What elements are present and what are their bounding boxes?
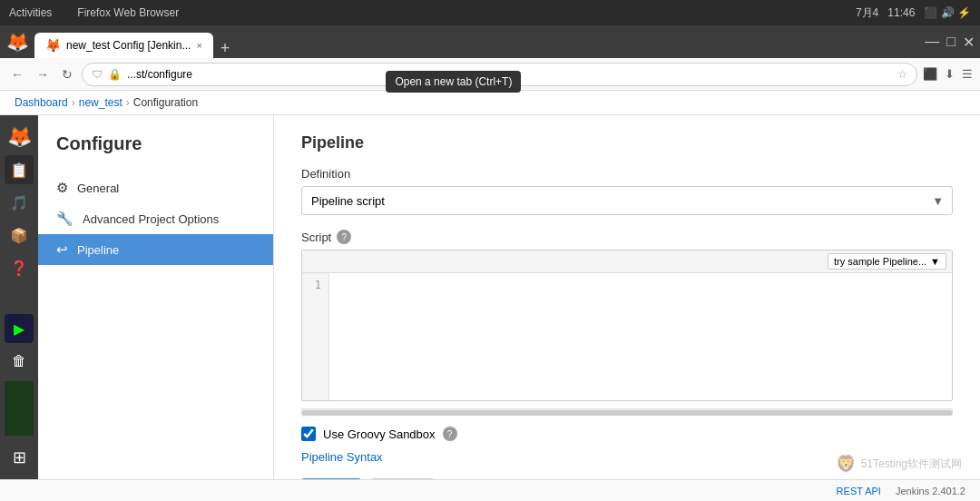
minimize-button[interactable]: —: [925, 34, 939, 50]
taskbar-item3[interactable]: 📦: [5, 221, 34, 250]
line-numbers: 1: [302, 273, 329, 400]
browser-label: Firefox Web Browser: [77, 6, 179, 19]
taskbar: 🦊 📋 🎵 📦 ❓ ▶ 🗑 ⊞: [0, 115, 38, 479]
taskbar-item2[interactable]: 🎵: [5, 188, 34, 217]
scroll-bar[interactable]: [301, 408, 953, 416]
maximize-button[interactable]: □: [946, 34, 956, 50]
definition-select[interactable]: Pipeline script Pipeline script from SCM: [301, 186, 953, 215]
script-label-row: Script ?: [301, 230, 953, 244]
forward-button[interactable]: →: [33, 64, 53, 85]
breadcrumb: Dashboard › new_test › Configuration: [0, 91, 980, 115]
breadcrumb-sep1: ›: [72, 96, 75, 109]
footer: REST API Jenkins 2.401.2: [0, 479, 980, 501]
nav-extensions-icon[interactable]: ⬛: [923, 67, 937, 81]
advanced-icon: 🔧: [56, 211, 74, 227]
new-tab-button[interactable]: +: [215, 39, 236, 58]
script-toolbar: try sample Pipeline... ▼: [302, 250, 952, 273]
watermark-text: 51Testing软件测试网: [861, 457, 962, 472]
back-button[interactable]: ←: [7, 64, 27, 85]
breadcrumb-sep2: ›: [126, 96, 130, 109]
taskbar-terminal-preview: [5, 381, 34, 436]
taskbar-firefox-icon[interactable]: 🦊: [5, 123, 34, 152]
script-help-icon[interactable]: ?: [337, 230, 351, 244]
sample-pipeline-chevron: ▼: [930, 256, 940, 267]
browser-chrome: 🦊 🦊 new_test Config [Jenkin... × + Open …: [0, 25, 980, 58]
topbar-date: 7月4: [856, 5, 878, 21]
taskbar-terminal[interactable]: ▶: [5, 314, 34, 343]
sidebar: Configure ⚙ General 🔧 Advanced Project O…: [38, 115, 274, 479]
pipeline-section-title: Pipeline: [301, 133, 953, 152]
script-editor[interactable]: 1: [302, 273, 952, 400]
jenkins-version: Jenkins 2.401.2: [896, 486, 965, 496]
sandbox-help-icon[interactable]: ?: [443, 427, 457, 441]
definition-select-wrapper: Pipeline script Pipeline script from SCM…: [301, 186, 953, 215]
definition-label: Definition: [301, 167, 953, 181]
sandbox-row: Use Groovy Sandbox ?: [301, 427, 953, 441]
taskbar-item1[interactable]: 📋: [5, 155, 34, 184]
watermark-icon: 🦁: [836, 454, 856, 474]
breadcrumb-configuration: Configuration: [133, 96, 198, 109]
code-textarea[interactable]: [329, 273, 952, 400]
topbar: Activities Firefox Web Browser 7月4 11:46…: [0, 0, 980, 25]
breadcrumb-dashboard[interactable]: Dashboard: [15, 96, 68, 109]
content-area: Configure ⚙ General 🔧 Advanced Project O…: [38, 115, 980, 479]
groovy-sandbox-label: Use Groovy Sandbox: [323, 427, 436, 441]
sidebar-item-general[interactable]: ⚙ General: [38, 172, 273, 203]
main-content: Pipeline Definition Pipeline script Pipe…: [274, 115, 980, 479]
groovy-sandbox-checkbox[interactable]: [301, 427, 316, 441]
rest-api-link[interactable]: REST API: [837, 486, 881, 496]
sidebar-item-advanced-label: Advanced Project Options: [83, 212, 219, 226]
taskbar-trash[interactable]: 🗑: [5, 347, 34, 376]
taskbar-item4[interactable]: ❓: [5, 253, 34, 282]
reload-button[interactable]: ↻: [58, 64, 76, 85]
sample-pipeline-label: try sample Pipeline...: [834, 256, 926, 267]
close-button[interactable]: ✕: [963, 34, 975, 51]
firefox-browser-icon[interactable]: 🦊: [5, 30, 29, 54]
shield-icon: 🛡: [92, 68, 103, 81]
tab-close-button[interactable]: ×: [196, 40, 201, 51]
tab-title: new_test Config [Jenkin...: [66, 39, 191, 52]
nav-right-icons: ⬛ ⬇ ☰: [923, 67, 973, 81]
window-controls: — □ ✕: [925, 34, 975, 51]
active-tab[interactable]: 🦊 new_test Config [Jenkin... ×: [34, 33, 213, 58]
sidebar-item-general-label: General: [77, 182, 119, 195]
nav-downloads-icon[interactable]: ⬇: [945, 67, 955, 81]
watermark: 🦁 51Testing软件测试网: [836, 454, 962, 474]
sidebar-item-advanced[interactable]: 🔧 Advanced Project Options: [38, 203, 273, 234]
lock-icon: 🔒: [108, 68, 122, 81]
general-icon: ⚙: [56, 180, 68, 196]
nav-menu-icon[interactable]: ☰: [962, 67, 973, 81]
topbar-icons: ⬛ 🔊 ⚡: [924, 6, 971, 19]
pipeline-icon: ↩: [56, 241, 68, 258]
sidebar-item-pipeline-label: Pipeline: [77, 243, 119, 257]
script-editor-wrapper: try sample Pipeline... ▼ 1: [301, 250, 953, 401]
topbar-right: 7月4 11:46 ⬛ 🔊 ⚡: [856, 5, 971, 21]
taskbar-apps[interactable]: ⊞: [5, 443, 34, 472]
breadcrumb-new-test[interactable]: new_test: [79, 96, 122, 109]
activities-label[interactable]: Activities: [9, 6, 52, 19]
line-1: 1: [309, 279, 321, 291]
sidebar-title: Configure: [38, 133, 273, 172]
main-layout: 🦊 📋 🎵 📦 ❓ ▶ 🗑 ⊞ Configure ⚙ General 🔧 Ad…: [0, 115, 980, 479]
topbar-time: 11:46: [887, 6, 915, 19]
tab-bar: 🦊 new_test Config [Jenkin... × +: [34, 25, 235, 58]
sample-pipeline-dropdown[interactable]: try sample Pipeline... ▼: [828, 253, 946, 270]
bookmark-icon[interactable]: ☆: [897, 68, 907, 81]
sidebar-item-pipeline[interactable]: ↩ Pipeline: [38, 234, 273, 265]
new-tab-tooltip: Open a new tab (Ctrl+T): [386, 71, 521, 93]
script-label-text: Script: [301, 231, 331, 244]
